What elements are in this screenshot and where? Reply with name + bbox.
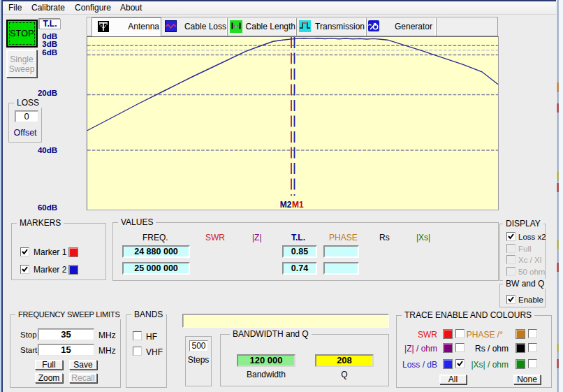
svg-text:M1: M1 [292,200,304,210]
svg-text:M2: M2 [280,200,292,210]
